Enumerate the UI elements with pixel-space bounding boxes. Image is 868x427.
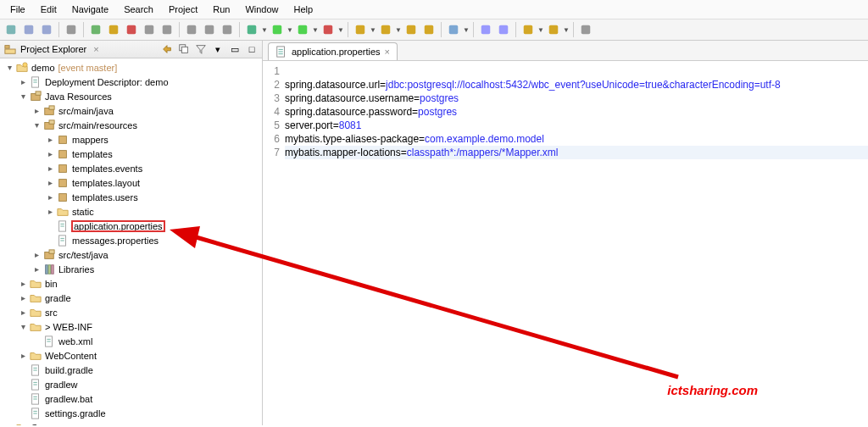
twistie-icon[interactable] (31, 120, 42, 130)
twistie-icon[interactable] (44, 164, 56, 173)
toggle-breadcrumb-icon[interactable] (63, 21, 80, 38)
open-task-icon[interactable] (477, 21, 494, 38)
dropdown-arrow[interactable]: ▼ (337, 26, 344, 34)
code-content[interactable]: spring.datasource.url=jdbc:postgresql://… (285, 64, 868, 425)
open-type-icon[interactable] (403, 21, 420, 38)
tree-src[interactable]: src (0, 305, 262, 319)
new-task-icon[interactable] (495, 21, 512, 38)
code-line[interactable]: mybatis.mapper-locations=classpath*:/map… (285, 146, 868, 159)
suspend-icon[interactable] (105, 21, 122, 38)
save-icon[interactable] (20, 21, 37, 38)
tree-gradlew-bat[interactable]: gradlew.bat (0, 391, 262, 406)
twistie-icon[interactable] (17, 77, 29, 86)
dropdown-arrow[interactable]: ▼ (312, 26, 319, 34)
tree-messages-properties[interactable]: messages.properties (0, 233, 262, 247)
tree-webcontent[interactable]: WebContent (0, 348, 262, 363)
maximize-icon[interactable]: □ (245, 42, 259, 56)
tree-gradlew[interactable]: gradlew (0, 377, 262, 391)
code-line[interactable] (285, 64, 868, 78)
menu-help[interactable]: Help (287, 2, 320, 17)
search-icon[interactable] (445, 21, 462, 38)
twistie-icon[interactable] (31, 264, 42, 274)
tree-templates-layout[interactable]: templates.layout (0, 175, 262, 190)
menu-edit[interactable]: Edit (34, 2, 64, 17)
tree-templates-events[interactable]: templates.events (0, 161, 262, 175)
tree-web-xml[interactable]: web.xml (0, 334, 262, 348)
menu-window[interactable]: Window (238, 2, 285, 17)
text-editor[interactable]: 1234567 spring.datasource.url=jdbc:postg… (263, 61, 868, 425)
forward-icon[interactable] (545, 21, 562, 38)
terminate-icon[interactable] (123, 21, 140, 38)
ext-tools-icon[interactable] (320, 21, 337, 38)
code-line[interactable]: spring.datasource.username=postgres (285, 92, 868, 105)
tree-templates[interactable]: templates (0, 147, 262, 161)
link-editor-icon[interactable] (160, 42, 174, 56)
tree-templates-users[interactable]: templates.users (0, 190, 262, 204)
save-all-icon[interactable] (38, 21, 55, 38)
link-icon[interactable] (201, 21, 218, 38)
twistie-icon[interactable] (44, 135, 56, 144)
twistie-icon[interactable] (17, 279, 29, 288)
step-over-icon[interactable] (159, 21, 175, 38)
twistie-icon[interactable] (17, 322, 29, 331)
filter-icon[interactable] (194, 42, 208, 56)
project-tree[interactable]: demo[event master]Deployment Descriptor:… (0, 58, 262, 425)
run-icon[interactable] (269, 21, 286, 38)
menu-project[interactable]: Project (162, 2, 204, 17)
twistie-icon[interactable] (31, 106, 42, 115)
twistie-icon[interactable] (17, 308, 29, 317)
tree-deploy[interactable]: Deployment Descriptor: demo (0, 75, 262, 89)
tree-src-main-java[interactable]: src/main/java (0, 103, 262, 118)
twistie-icon[interactable] (44, 178, 56, 187)
tree-settings-gradle[interactable]: settings.gradle (0, 406, 262, 420)
dropdown-arrow[interactable]: ▼ (370, 26, 376, 34)
dropdown-arrow[interactable]: ▼ (537, 26, 544, 34)
collapse-all-icon[interactable] (177, 42, 191, 56)
tree-bin[interactable]: bin (0, 276, 262, 291)
tree-src-test-java[interactable]: src/test/java (0, 247, 262, 262)
tree-servers[interactable]: Servers (0, 420, 262, 425)
new-server-icon[interactable] (352, 21, 369, 38)
twistie-icon[interactable] (17, 351, 29, 360)
editor-tab-close[interactable]: × (385, 47, 390, 57)
pin-icon[interactable] (577, 21, 594, 38)
menu-icon[interactable]: ▾ (211, 42, 225, 56)
tree-application-properties[interactable]: application.properties (0, 219, 262, 233)
resume-icon[interactable] (87, 21, 104, 38)
menu-file[interactable]: File (3, 2, 32, 17)
server-icon[interactable] (377, 21, 394, 38)
menu-search[interactable]: Search (117, 2, 160, 17)
dropdown-arrow[interactable]: ▼ (563, 26, 570, 34)
tree-static[interactable]: static (0, 204, 262, 219)
twistie-icon[interactable] (17, 293, 29, 302)
tab-close-x[interactable]: × (93, 44, 98, 54)
back-icon[interactable] (520, 21, 537, 38)
twistie-icon[interactable] (31, 250, 42, 259)
tree-libraries[interactable]: Libraries (0, 262, 262, 276)
twistie-icon[interactable] (44, 149, 56, 158)
dropdown-arrow[interactable]: ▼ (287, 26, 293, 34)
tree-src-main-resources[interactable]: src/main/resources (0, 118, 262, 132)
tree-java-resources[interactable]: Java Resources (0, 89, 262, 103)
tree-mappers[interactable]: mappers (0, 132, 262, 147)
minimize-icon[interactable]: ▭ (228, 42, 242, 56)
tree-demo[interactable]: demo[event master] (0, 60, 262, 75)
code-line[interactable]: spring.datasource.url=jdbc:postgresql://… (285, 78, 868, 92)
menu-navigate[interactable]: Navigate (65, 2, 115, 17)
tree-web-inf[interactable]: > WEB-INF (0, 319, 262, 334)
run-last-icon[interactable] (294, 21, 311, 38)
twistie-icon[interactable] (44, 192, 56, 202)
paragraph-icon[interactable] (219, 21, 236, 38)
dropdown-arrow[interactable]: ▼ (395, 26, 402, 34)
menu-run[interactable]: Run (206, 2, 236, 17)
editor-tab-application-properties[interactable]: application.properties × (268, 42, 398, 60)
debug-icon[interactable] (243, 21, 260, 38)
code-line[interactable]: spring.datasource.password=postgres (285, 105, 868, 119)
tree-gradle[interactable]: gradle (0, 291, 262, 305)
new-icon[interactable] (3, 21, 19, 38)
tree-build-gradle[interactable]: build.gradle (0, 363, 262, 377)
code-line[interactable]: server.port=8081 (285, 119, 868, 132)
twistie-icon[interactable] (44, 207, 56, 216)
code-line[interactable]: mybatis.type-aliases-package=com.example… (285, 132, 868, 146)
new-java-icon[interactable] (420, 21, 437, 38)
